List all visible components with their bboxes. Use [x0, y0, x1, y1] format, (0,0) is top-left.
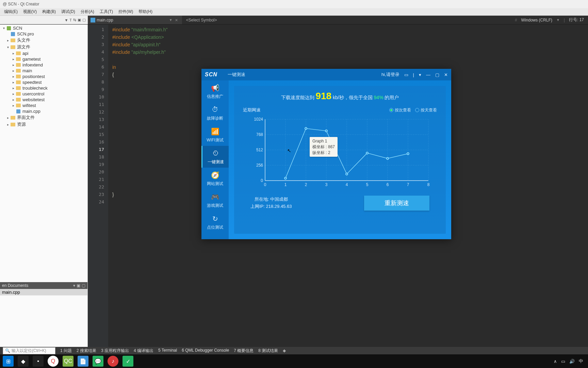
file-tab-maincpp[interactable]: main.cpp ▼ ×	[88, 16, 182, 24]
menu-item[interactable]: 编辑(E)	[1, 8, 20, 15]
task-icon[interactable]: QC	[63, 356, 74, 367]
output-tab[interactable]: 5 Terminal	[158, 348, 177, 354]
tree-item[interactable]: ▸gametest	[0, 56, 87, 62]
output-tab[interactable]: 3 应用程序输出	[101, 348, 129, 354]
code-line[interactable]	[108, 56, 588, 63]
task-icon[interactable]: Q	[48, 356, 59, 367]
symbol-selector[interactable]: <Select Symbol>	[186, 18, 217, 22]
project-panel: ▾SCNSCN.pro▸头文件▾源文件▸api▸gametest▸infoext…	[0, 25, 88, 347]
filter-icon[interactable]: T	[69, 18, 72, 22]
radio-by-time[interactable]: 按次查看	[389, 107, 411, 113]
sync-icon[interactable]: ⇆	[73, 18, 76, 22]
svg-text:768: 768	[256, 132, 263, 137]
tree-item[interactable]: ▸speedtest	[0, 79, 87, 85]
chevron-down-icon[interactable]: ▼	[115, 18, 173, 22]
sidebar-label: 网站测试	[207, 181, 223, 187]
menu-item[interactable]: 调试(D)	[59, 8, 78, 15]
code-editor[interactable]: 123456789101112131415161718192021222324 …	[88, 25, 588, 347]
menu-item[interactable]: 帮助(H)	[136, 8, 155, 15]
tree-item[interactable]: ▾源文件	[0, 44, 87, 50]
retest-button[interactable]: 重新测速	[364, 196, 429, 211]
code-line[interactable]: #include "api/myhelper.h"	[108, 48, 588, 56]
output-tab[interactable]: 2 搜索结果	[77, 348, 96, 354]
code-line[interactable]: #include "api/appinit.h"	[108, 41, 588, 48]
tree-arrow-icon: ▸	[11, 57, 16, 61]
task-icon[interactable]: ◆	[18, 356, 29, 367]
chevron-down-icon[interactable]: ▼	[556, 18, 560, 22]
task-icon[interactable]: ✓	[122, 356, 133, 367]
feedback-icon[interactable]: ▭	[404, 72, 408, 77]
volume-icon[interactable]: 🔊	[569, 359, 575, 364]
tree-arrow-icon: ▸	[11, 75, 16, 78]
app-titlebar[interactable]: SCN 一键测速 hi,请登录 ▭ | ▾ — ▢ ✕	[201, 69, 451, 80]
open-doc-item[interactable]: main.cpp	[0, 289, 87, 295]
menu-item[interactable]: 分析(A)	[78, 8, 97, 15]
close-icon[interactable]: ×	[174, 17, 179, 23]
tree-item[interactable]: ▸api	[0, 50, 87, 56]
tree-item[interactable]: ▸main	[0, 68, 87, 74]
app-sidebar-item[interactable]: ↻点位测试	[201, 211, 229, 233]
tree-item[interactable]: ▸资源	[0, 121, 87, 128]
app-sidebar-item[interactable]: 📶WIFI测试	[201, 124, 229, 146]
close-icon[interactable]: ✕	[444, 72, 448, 77]
tree-item[interactable]: ▸usercontrol	[0, 91, 87, 97]
tree-item[interactable]: ▾SCN	[0, 25, 87, 31]
close-panel-icon[interactable]: ▢	[82, 18, 86, 22]
split-icon[interactable]: ▣	[78, 18, 81, 22]
chevron-down-icon[interactable]: ▾	[73, 283, 75, 288]
tree-item[interactable]: ▸positiontest	[0, 74, 87, 79]
tree-item[interactable]: ▸头文件	[0, 37, 87, 44]
task-icon[interactable]: ⊞	[3, 356, 14, 367]
output-tab[interactable]: 1 问题	[60, 348, 72, 354]
app-sidebar-item[interactable]: 🧭网站测试	[201, 168, 229, 189]
task-icon[interactable]: 📄	[78, 356, 88, 367]
task-icon[interactable]: 💬	[93, 356, 103, 367]
split-icon[interactable]: ▣	[77, 283, 80, 288]
output-menu-icon[interactable]: ◆	[283, 348, 286, 353]
tree-arrow-icon: ▾	[5, 45, 10, 49]
tree-item[interactable]: ▸infoextend	[0, 62, 87, 68]
menu-item[interactable]: 工具(T)	[97, 8, 116, 15]
close-panel-icon[interactable]: ▢	[82, 283, 85, 288]
window-title: @ SCN - Qt Creator	[3, 2, 39, 6]
line-ending[interactable]: Windows (CRLF)	[521, 18, 552, 22]
app-sidebar-item[interactable]: 📢信息推广	[201, 80, 229, 102]
svg-text:256: 256	[256, 163, 263, 168]
menu-item[interactable]: 视图(V)	[20, 8, 39, 15]
output-tab[interactable]: 6 QML Debugger Console	[182, 348, 229, 354]
tree-item[interactable]: ▸websitetest	[0, 97, 87, 103]
app-sidebar-item[interactable]: ⏱故障诊断	[201, 102, 229, 124]
menu-item[interactable]: 控件(W)	[116, 8, 136, 15]
action-center-icon[interactable]: ▭	[561, 359, 565, 364]
menu-item[interactable]: 构建(B)	[39, 8, 59, 15]
locator-input[interactable]: 🔍 输入以定位(Ctrl+K)	[3, 347, 55, 354]
line-number: 15	[88, 131, 108, 138]
task-icon[interactable]: ♪	[108, 356, 118, 367]
task-icon[interactable]: ▪	[33, 356, 44, 367]
output-tab[interactable]: 4 编译输出	[134, 348, 153, 354]
line-number: 22	[88, 183, 108, 191]
output-tab[interactable]: 8 测试结果	[258, 348, 278, 354]
tree-item[interactable]: ▸troublecheck	[0, 85, 87, 91]
sidebar-icon: ⏲	[211, 149, 220, 158]
tree-item[interactable]: main.cpp	[0, 108, 87, 114]
filter-icon[interactable]: ▼	[64, 18, 68, 22]
output-tab[interactable]: 7 概要信息	[234, 348, 254, 354]
login-link[interactable]: hi,请登录	[381, 72, 399, 78]
line-number: 10	[88, 93, 108, 101]
app-sidebar-item[interactable]: ⏲一键测速	[201, 146, 229, 168]
tree-item[interactable]: ▸界面文件	[0, 114, 87, 121]
tray-chevron-icon[interactable]: ∧	[554, 359, 557, 364]
maximize-icon[interactable]: ▢	[435, 72, 439, 77]
tree-item[interactable]: SCN.pro	[0, 31, 87, 37]
minimize-icon[interactable]: —	[426, 72, 430, 77]
app-sidebar-item[interactable]: 🎮游戏测试	[201, 189, 229, 211]
code-line[interactable]: #include <QApplication>	[108, 33, 588, 41]
tree-arrow-icon: ▸	[11, 92, 16, 96]
chart-svg: 02565127681024012345678	[243, 116, 437, 191]
menu-dropdown-icon[interactable]: ▾	[419, 72, 421, 77]
ime-indicator[interactable]: 中	[579, 358, 583, 364]
code-line[interactable]: #include "main/frmmain.h"	[108, 26, 588, 33]
radio-by-day[interactable]: 按天查看	[415, 107, 437, 113]
tree-item[interactable]: ▸wifitest	[0, 103, 87, 108]
